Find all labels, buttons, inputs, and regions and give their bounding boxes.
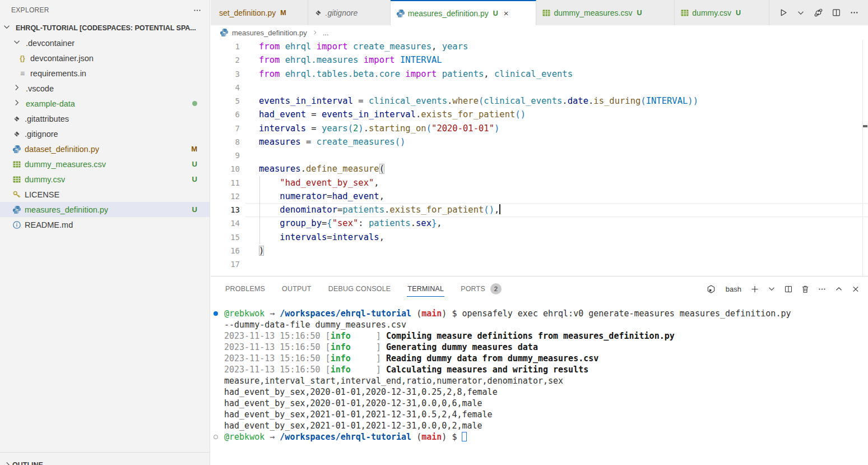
tab-label: measures_definition.py [408,9,489,18]
csv-icon [12,160,21,169]
editor-actions [769,0,868,25]
split-terminal-button[interactable] [784,284,793,293]
code-line-6[interactable]: 6had_event = events_in_interval.exists_f… [211,108,868,121]
tab-dummy-measures-csv[interactable]: dummy_measures.csvU [536,0,675,25]
terminal-line: 2023-11-13 15:16:50 [info ] Compiling me… [211,330,868,342]
panel-more-actions-button[interactable] [818,284,827,293]
tree-item-dataset-definition-py[interactable]: dataset_definition.pyM [0,141,210,156]
code-line-8[interactable]: 8measures = create_measures() [211,135,868,149]
code-line-10[interactable]: 10measures.define_measure( [211,162,868,176]
panel-tabs: PROBLEMSOUTPUTDEBUG CONSOLETERMINALPORTS… [225,277,518,301]
line-number: 14 [211,217,240,230]
code-text: group_by={"sex": patients.sex}, [240,217,442,230]
line-number: 4 [211,81,240,94]
git-status-badge: U [192,175,197,183]
panel-tab-problems[interactable]: PROBLEMS [225,282,266,297]
terminal-output[interactable]: @rebkwok → /workspaces/ehrql-tutorial (m… [211,301,868,465]
tree-item-label: dummy.csv [25,175,65,184]
code-line-14[interactable]: 14 group_by={"sex": patients.sex}, [211,217,868,230]
code-line-13[interactable]: 13 denominator=patients.exists_for_patie… [211,203,868,217]
panel-tab-output[interactable]: OUTPUT [281,282,312,297]
panel-tab-ports[interactable]: PORTS2 [460,280,502,298]
code-text [240,81,259,94]
tree-item-gitattributes[interactable]: .gitattributes [0,111,210,126]
command-decoration-circle[interactable] [213,435,218,439]
line-number: 1 [211,40,240,53]
terminal-cursor [462,432,467,441]
terminal-line: 2023-11-13 15:16:50 [info ] Reading dumm… [211,353,868,364]
line-number: 3 [211,67,240,81]
code-line-2[interactable]: 2from ehrql.measures import INTERVAL [211,53,868,67]
tree-item-measures-definition-py[interactable]: measures_definition.pyU [0,202,210,217]
git-status-badge: U [192,205,197,214]
csv-icon [542,8,551,17]
line-number: 6 [211,108,240,121]
terminal-line: had_event_by_sex,2021-01-01,2021-12-31,0… [211,409,868,420]
tree-item-license[interactable]: LICENSE [0,187,210,202]
code-line-15[interactable]: 15 intervals=intervals, [211,231,868,244]
tree-item-requirements-in[interactable]: ≡requirements.in [0,66,210,81]
chevron-down-icon [12,38,21,47]
code-line-3[interactable]: 3from ehrql.tables.beta.core import pati… [211,67,868,81]
breadcrumb-file[interactable]: measures_definition.py [232,29,307,37]
git-icon [12,130,21,139]
tree-item-gitignore[interactable]: .gitignore [0,126,210,141]
tab-set-definition-py[interactable]: set_definition.pyM [211,0,308,25]
line-number: 10 [211,162,240,176]
line-number: 12 [211,190,240,203]
git-status-badge: M [191,145,197,153]
line-number: 16 [211,244,240,257]
tab-dummy-csv[interactable]: dummy.csvU [675,0,769,25]
panel-tab-label: DEBUG CONSOLE [328,285,391,293]
shell-label[interactable]: bash [726,285,741,293]
tab-git-badge: U [493,10,498,17]
terminal-profile-dropdown[interactable] [767,284,776,293]
code-text: measures = create_measures() [240,135,405,149]
tree-item-ehrql-tutorial-codespaces-potential-spa[interactable]: EHRQL-TUTORIAL [CODESPACES: POTENTIAL SP… [0,20,210,35]
tree-item-devcontainer-json[interactable]: {}devcontainer.json [0,50,210,66]
tab-git-badge: U [736,9,741,17]
run-python-file-button[interactable] [778,8,788,17]
tab-measures-definition-py[interactable]: measures_definition.pyU× [391,0,537,25]
tab-label: dummy.csv [692,8,731,17]
open-changes-button[interactable] [814,8,823,17]
command-decoration-dot[interactable] [213,311,218,316]
kill-terminal-button[interactable] [801,284,810,293]
tree-item-example-data[interactable]: example-data [0,96,210,111]
csv-icon [680,8,689,17]
tree-item-readme-md[interactable]: README.md [0,217,210,232]
code-line-7[interactable]: 7intervals = years(2).starting_on("2020-… [211,122,868,135]
ports-count-badge: 2 [490,283,502,294]
code-line-4[interactable]: 4 [211,81,868,94]
code-editor[interactable]: 1from ehrql import create_measures, year… [211,40,868,276]
tree-item-devcontainer[interactable]: .devcontainer [0,35,210,50]
panel-tab-terminal[interactable]: TERMINAL [407,282,444,297]
close-panel-button[interactable] [851,284,860,293]
tab-label: dummy_measures.csv [554,8,632,17]
tree-item-vscode[interactable]: .vscode [0,81,210,96]
tab-gitignore[interactable]: .gitignore [308,0,391,25]
new-terminal-button[interactable] [750,284,759,293]
code-line-12[interactable]: 12 numerator=had_event, [211,190,868,203]
breadcrumb[interactable]: measures_definition.py ... [211,25,868,40]
breadcrumb-more[interactable]: ... [323,29,329,37]
run-options-dropdown[interactable] [796,8,805,17]
code-line-1[interactable]: 1from ehrql import create_measures, year… [211,40,868,53]
explorer-more-actions-icon[interactable] [193,6,202,15]
close-tab-icon[interactable]: × [504,9,509,17]
code-line-16[interactable]: 16) [211,244,868,257]
code-line-5[interactable]: 5events_in_interval = clinical_events.wh… [211,94,868,108]
editor-more-actions-button[interactable] [850,8,859,17]
panel-tab-label: OUTPUT [282,285,312,293]
panel-tab-debug-console[interactable]: DEBUG CONSOLE [328,282,392,297]
split-editor-button[interactable] [832,8,841,17]
tab-label: .gitignore [326,8,358,17]
tree-item-dummy-csv[interactable]: dummy.csvU [0,172,210,187]
code-line-9[interactable]: 9 [211,149,868,162]
tree-item-dummy-measures-csv[interactable]: dummy_measures.csvU [0,156,210,172]
maximize-panel-button[interactable] [834,284,843,293]
code-line-17[interactable]: 17 [211,257,868,271]
outline-section[interactable]: OUTLINE [0,452,210,465]
code-text: numerator=had_event, [240,190,384,203]
code-line-11[interactable]: 11 "had_event_by_sex", [211,176,868,190]
